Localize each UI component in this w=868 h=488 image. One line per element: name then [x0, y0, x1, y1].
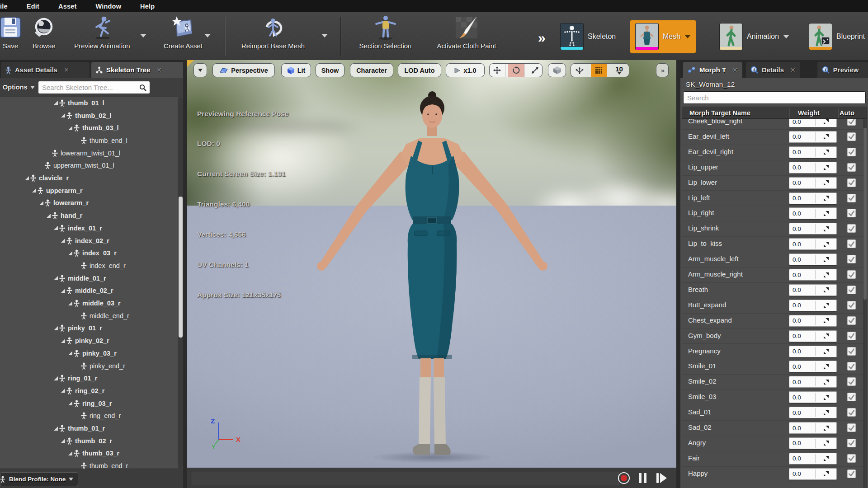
menu-asset[interactable]: Asset: [49, 3, 86, 10]
coordinate-space-button[interactable]: [548, 63, 566, 77]
expand-caret-icon[interactable]: [68, 301, 72, 305]
auto-checkbox[interactable]: [847, 178, 856, 187]
weight-spinbox[interactable]: 0.0: [789, 269, 837, 281]
step-forward-button[interactable]: [656, 473, 668, 483]
preview-animation-dropdown-caret[interactable]: [140, 34, 146, 38]
drag-adjust-icon[interactable]: [823, 348, 829, 354]
mode-mesh-button[interactable]: Mesh: [630, 20, 696, 53]
tree-item-clavicle_r[interactable]: clavicle_r: [0, 172, 187, 184]
weight-value[interactable]: 0.0: [789, 119, 815, 125]
browse-button[interactable]: Browse: [26, 15, 61, 58]
weight-value[interactable]: 0.0: [789, 348, 815, 355]
preview-animation-button[interactable]: Preview Animation: [66, 15, 138, 58]
tree-item-lowerarm_r[interactable]: lowerarm_r: [0, 197, 187, 210]
auto-checkbox[interactable]: [847, 301, 856, 310]
weight-value[interactable]: 0.0: [789, 302, 815, 309]
expand-caret-icon[interactable]: [32, 188, 36, 192]
grid-snap-toggle[interactable]: [591, 64, 607, 77]
column-morph-target-name[interactable]: Morph Target Name: [682, 109, 798, 117]
weight-drag-handle[interactable]: [816, 226, 837, 232]
rotate-tool-button[interactable]: [508, 64, 524, 77]
drag-adjust-icon[interactable]: [823, 241, 829, 247]
weight-spinbox[interactable]: 0.0: [789, 300, 837, 311]
tab-asset-details[interactable]: Asset Details ✕: [1, 62, 90, 78]
grid-size-dropdown[interactable]: 10: [610, 64, 628, 77]
tree-item-ring_02_r[interactable]: ring_02_r: [0, 385, 187, 397]
weight-spinbox[interactable]: 0.0: [789, 207, 837, 219]
pane-separator-left[interactable]: [183, 60, 187, 488]
pause-button[interactable]: [639, 473, 650, 483]
tab-preview[interactable]: i Preview: [817, 62, 868, 78]
drag-adjust-icon[interactable]: [823, 318, 829, 324]
drag-adjust-icon[interactable]: [823, 364, 829, 370]
expand-caret-icon[interactable]: [61, 439, 65, 443]
auto-checkbox[interactable]: [847, 270, 856, 279]
auto-checkbox[interactable]: [847, 163, 856, 172]
expand-caret-icon[interactable]: [54, 376, 58, 380]
weight-value[interactable]: 0.0: [789, 317, 815, 324]
tree-item-thumb_end_l[interactable]: thumb_end_l: [0, 134, 187, 147]
weight-drag-handle[interactable]: [816, 364, 837, 370]
expand-caret-icon[interactable]: [68, 126, 72, 130]
create-asset-button[interactable]: Create Asset: [156, 15, 210, 58]
weight-drag-handle[interactable]: [816, 195, 837, 201]
drag-adjust-icon[interactable]: [823, 333, 829, 339]
drag-adjust-icon[interactable]: [823, 134, 829, 140]
preview-viewport[interactable]: Perspective Lit Show Character LOD Auto …: [187, 60, 676, 468]
skeleton-tree-search-input[interactable]: [38, 84, 139, 91]
tree-item-pinky_01_r[interactable]: pinky_01_r: [0, 322, 187, 335]
drag-adjust-icon[interactable]: [823, 164, 829, 170]
character-menu-button[interactable]: Character: [350, 63, 393, 77]
auto-checkbox[interactable]: [847, 469, 856, 478]
drag-adjust-icon[interactable]: [823, 195, 829, 201]
blend-profile-dropdown[interactable]: Blend Profile: None: [0, 472, 78, 486]
drag-adjust-icon[interactable]: [823, 410, 829, 416]
weight-drag-handle[interactable]: [816, 180, 837, 186]
pane-separator-right[interactable]: [676, 60, 680, 488]
morph-search[interactable]: [683, 91, 866, 104]
tree-item-upperarm_twist_01_l[interactable]: upperarm_twist_01_l: [0, 160, 187, 172]
auto-checkbox[interactable]: [847, 423, 856, 432]
viewport-options-dropdown[interactable]: [193, 63, 207, 77]
weight-drag-handle[interactable]: [816, 241, 837, 247]
weight-drag-handle[interactable]: [816, 149, 837, 155]
weight-drag-handle[interactable]: [816, 211, 837, 216]
tree-item-ring_03_r[interactable]: ring_03_r: [0, 397, 187, 410]
tree-item-thumb_02_l[interactable]: thumb_02_l: [0, 109, 187, 122]
tree-item-upperarm_r[interactable]: upperarm_r: [0, 184, 187, 197]
weight-value[interactable]: 0.0: [789, 149, 815, 155]
expand-caret-icon[interactable]: [61, 339, 65, 343]
weight-value[interactable]: 0.0: [789, 286, 815, 293]
weight-value[interactable]: 0.0: [789, 256, 815, 263]
weight-drag-handle[interactable]: [816, 272, 837, 278]
mode-animation-button[interactable]: Animation: [720, 20, 789, 53]
expand-caret-icon[interactable]: [47, 214, 51, 218]
drag-adjust-icon[interactable]: [823, 226, 829, 232]
morph-search-input[interactable]: [684, 94, 865, 102]
mode-blueprint-button[interactable]: Blueprint: [809, 20, 865, 53]
lit-mode-button[interactable]: Lit: [281, 63, 311, 77]
weight-spinbox[interactable]: 0.0: [789, 177, 837, 189]
expand-caret-icon[interactable]: [68, 451, 72, 455]
tree-item-pinky_03_r[interactable]: pinky_03_r: [0, 347, 187, 360]
weight-value[interactable]: 0.0: [789, 394, 815, 401]
tree-item-ring_01_r[interactable]: ring_01_r: [0, 372, 187, 385]
morph-list-scrollbar-thumb[interactable]: [863, 128, 867, 300]
weight-drag-handle[interactable]: [816, 164, 837, 170]
auto-checkbox[interactable]: [847, 347, 856, 356]
menu-file[interactable]: File: [0, 3, 17, 10]
weight-value[interactable]: 0.0: [789, 210, 815, 217]
drag-adjust-icon[interactable]: [823, 302, 829, 308]
weight-value[interactable]: 0.0: [789, 241, 815, 248]
tree-item-thumb_02_r[interactable]: thumb_02_r: [0, 435, 187, 447]
section-selection-button[interactable]: Section Selection: [350, 15, 420, 58]
menu-edit[interactable]: Edit: [17, 3, 49, 10]
auto-checkbox[interactable]: [847, 255, 856, 263]
drag-adjust-icon[interactable]: [823, 471, 829, 477]
weight-drag-handle[interactable]: [816, 379, 837, 385]
viewport-toolbar-overflow[interactable]: »: [656, 63, 669, 77]
drag-adjust-icon[interactable]: [823, 211, 829, 216]
tab-skeleton-tree[interactable]: Skeleton Tree ✕: [91, 62, 185, 78]
auto-checkbox[interactable]: [847, 119, 856, 126]
auto-checkbox[interactable]: [847, 132, 856, 141]
